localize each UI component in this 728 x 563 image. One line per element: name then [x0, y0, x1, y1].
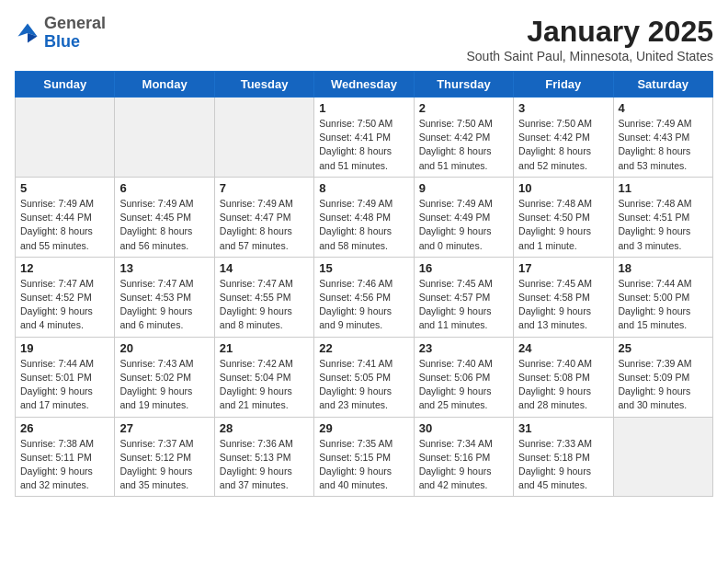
day-number: 20: [119, 341, 209, 355]
day-info: Sunrise: 7:49 AM Sunset: 4:48 PM Dayligh…: [319, 197, 408, 253]
logo: General Blue: [15, 15, 106, 52]
day-number: 11: [619, 181, 708, 195]
day-info: Sunrise: 7:45 AM Sunset: 4:57 PM Dayligh…: [419, 277, 508, 333]
day-info: Sunrise: 7:36 AM Sunset: 5:13 PM Dayligh…: [220, 437, 309, 493]
day-info: Sunrise: 7:50 AM Sunset: 4:41 PM Dayligh…: [319, 117, 408, 173]
day-info: Sunrise: 7:44 AM Sunset: 5:01 PM Dayligh…: [20, 357, 109, 413]
day-header-monday: Monday: [115, 72, 214, 98]
day-info: Sunrise: 7:49 AM Sunset: 4:45 PM Dayligh…: [119, 197, 209, 253]
day-number: 9: [419, 181, 508, 195]
calendar-cell: 21Sunrise: 7:42 AM Sunset: 5:04 PM Dayli…: [214, 337, 313, 417]
day-number: 23: [419, 341, 508, 355]
day-number: 12: [20, 261, 109, 275]
calendar-cell: 11Sunrise: 7:48 AM Sunset: 4:51 PM Dayli…: [613, 177, 712, 257]
day-info: Sunrise: 7:48 AM Sunset: 4:50 PM Dayligh…: [518, 197, 608, 253]
day-number: 6: [119, 181, 209, 195]
calendar-cell: 17Sunrise: 7:45 AM Sunset: 4:58 PM Dayli…: [514, 257, 613, 337]
day-number: 26: [20, 421, 109, 435]
day-info: Sunrise: 7:47 AM Sunset: 4:55 PM Dayligh…: [220, 277, 309, 333]
calendar-cell: 23Sunrise: 7:40 AM Sunset: 5:06 PM Dayli…: [414, 337, 513, 417]
calendar-cell: 5Sunrise: 7:49 AM Sunset: 4:44 PM Daylig…: [16, 177, 115, 257]
calendar-cell: 4Sunrise: 7:49 AM Sunset: 4:43 PM Daylig…: [613, 98, 712, 178]
calendar-cell: 1Sunrise: 7:50 AM Sunset: 4:41 PM Daylig…: [314, 98, 414, 178]
day-info: Sunrise: 7:49 AM Sunset: 4:44 PM Dayligh…: [20, 197, 109, 253]
calendar-cell: 25Sunrise: 7:39 AM Sunset: 5:09 PM Dayli…: [613, 337, 712, 417]
calendar-cell: 16Sunrise: 7:45 AM Sunset: 4:57 PM Dayli…: [414, 257, 513, 337]
day-info: Sunrise: 7:49 AM Sunset: 4:43 PM Dayligh…: [619, 117, 708, 173]
day-info: Sunrise: 7:42 AM Sunset: 5:04 PM Dayligh…: [220, 357, 309, 413]
day-info: Sunrise: 7:49 AM Sunset: 4:49 PM Dayligh…: [419, 197, 508, 253]
calendar-cell: [214, 98, 313, 178]
calendar-table: SundayMondayTuesdayWednesdayThursdayFrid…: [15, 71, 713, 497]
day-header-wednesday: Wednesday: [314, 72, 414, 98]
day-info: Sunrise: 7:44 AM Sunset: 5:00 PM Dayligh…: [619, 277, 708, 333]
month-title: January 2025: [467, 15, 714, 49]
day-header-thursday: Thursday: [414, 72, 513, 98]
calendar-cell: 3Sunrise: 7:50 AM Sunset: 4:42 PM Daylig…: [514, 98, 613, 178]
day-info: Sunrise: 7:41 AM Sunset: 5:05 PM Dayligh…: [319, 357, 408, 413]
calendar-cell: 10Sunrise: 7:48 AM Sunset: 4:50 PM Dayli…: [514, 177, 613, 257]
day-number: 30: [419, 421, 508, 435]
day-number: 1: [319, 101, 408, 115]
calendar-cell: [16, 98, 115, 178]
day-info: Sunrise: 7:38 AM Sunset: 5:11 PM Dayligh…: [20, 437, 109, 493]
location-text: South Saint Paul, Minnesota, United Stat…: [467, 49, 714, 63]
calendar-cell: 26Sunrise: 7:38 AM Sunset: 5:11 PM Dayli…: [16, 417, 115, 497]
calendar-cell: 22Sunrise: 7:41 AM Sunset: 5:05 PM Dayli…: [314, 337, 414, 417]
day-info: Sunrise: 7:33 AM Sunset: 5:18 PM Dayligh…: [518, 437, 608, 493]
day-info: Sunrise: 7:47 AM Sunset: 4:52 PM Dayligh…: [20, 277, 109, 333]
day-info: Sunrise: 7:50 AM Sunset: 4:42 PM Dayligh…: [518, 117, 608, 173]
day-info: Sunrise: 7:49 AM Sunset: 4:47 PM Dayligh…: [220, 197, 309, 253]
calendar-cell: 9Sunrise: 7:49 AM Sunset: 4:49 PM Daylig…: [414, 177, 513, 257]
calendar-week-5: 26Sunrise: 7:38 AM Sunset: 5:11 PM Dayli…: [16, 417, 713, 497]
day-number: 7: [220, 181, 309, 195]
calendar-cell: 12Sunrise: 7:47 AM Sunset: 4:52 PM Dayli…: [16, 257, 115, 337]
day-number: 10: [518, 181, 608, 195]
day-number: 28: [220, 421, 309, 435]
day-number: 4: [619, 101, 708, 115]
day-number: 2: [419, 101, 508, 115]
logo-icon: [15, 20, 40, 46]
day-number: 17: [518, 261, 608, 275]
day-info: Sunrise: 7:40 AM Sunset: 5:08 PM Dayligh…: [518, 357, 608, 413]
calendar-cell: [613, 417, 712, 497]
calendar-cell: 27Sunrise: 7:37 AM Sunset: 5:12 PM Dayli…: [115, 417, 214, 497]
day-number: 19: [20, 341, 109, 355]
day-number: 8: [319, 181, 408, 195]
day-info: Sunrise: 7:47 AM Sunset: 4:53 PM Dayligh…: [119, 277, 209, 333]
day-header-tuesday: Tuesday: [214, 72, 313, 98]
calendar-header-row: SundayMondayTuesdayWednesdayThursdayFrid…: [16, 72, 713, 98]
day-info: Sunrise: 7:40 AM Sunset: 5:06 PM Dayligh…: [419, 357, 508, 413]
calendar-cell: 7Sunrise: 7:49 AM Sunset: 4:47 PM Daylig…: [214, 177, 313, 257]
page-header: General Blue January 2025 South Saint Pa…: [15, 15, 713, 63]
day-number: 14: [220, 261, 309, 275]
calendar-week-4: 19Sunrise: 7:44 AM Sunset: 5:01 PM Dayli…: [16, 337, 713, 417]
calendar-week-1: 1Sunrise: 7:50 AM Sunset: 4:41 PM Daylig…: [16, 98, 713, 178]
day-number: 24: [518, 341, 608, 355]
day-number: 18: [619, 261, 708, 275]
day-number: 16: [419, 261, 508, 275]
logo-general-text: General: [44, 14, 106, 32]
calendar-cell: 15Sunrise: 7:46 AM Sunset: 4:56 PM Dayli…: [314, 257, 414, 337]
calendar-cell: 28Sunrise: 7:36 AM Sunset: 5:13 PM Dayli…: [214, 417, 313, 497]
calendar-cell: 24Sunrise: 7:40 AM Sunset: 5:08 PM Dayli…: [514, 337, 613, 417]
calendar-cell: 30Sunrise: 7:34 AM Sunset: 5:16 PM Dayli…: [414, 417, 513, 497]
calendar-cell: 14Sunrise: 7:47 AM Sunset: 4:55 PM Dayli…: [214, 257, 313, 337]
day-number: 31: [518, 421, 608, 435]
day-number: 22: [319, 341, 408, 355]
logo-blue-text: Blue: [44, 32, 80, 51]
day-info: Sunrise: 7:46 AM Sunset: 4:56 PM Dayligh…: [319, 277, 408, 333]
day-info: Sunrise: 7:45 AM Sunset: 4:58 PM Dayligh…: [518, 277, 608, 333]
calendar-cell: 13Sunrise: 7:47 AM Sunset: 4:53 PM Dayli…: [115, 257, 214, 337]
day-info: Sunrise: 7:39 AM Sunset: 5:09 PM Dayligh…: [619, 357, 708, 413]
calendar-week-3: 12Sunrise: 7:47 AM Sunset: 4:52 PM Dayli…: [16, 257, 713, 337]
day-number: 27: [119, 421, 209, 435]
calendar-cell: 20Sunrise: 7:43 AM Sunset: 5:02 PM Dayli…: [115, 337, 214, 417]
day-info: Sunrise: 7:34 AM Sunset: 5:16 PM Dayligh…: [419, 437, 508, 493]
day-info: Sunrise: 7:43 AM Sunset: 5:02 PM Dayligh…: [119, 357, 209, 413]
title-block: January 2025 South Saint Paul, Minnesota…: [467, 15, 714, 63]
calendar-cell: 18Sunrise: 7:44 AM Sunset: 5:00 PM Dayli…: [613, 257, 712, 337]
day-header-saturday: Saturday: [613, 72, 712, 98]
calendar-week-2: 5Sunrise: 7:49 AM Sunset: 4:44 PM Daylig…: [16, 177, 713, 257]
day-number: 13: [119, 261, 209, 275]
